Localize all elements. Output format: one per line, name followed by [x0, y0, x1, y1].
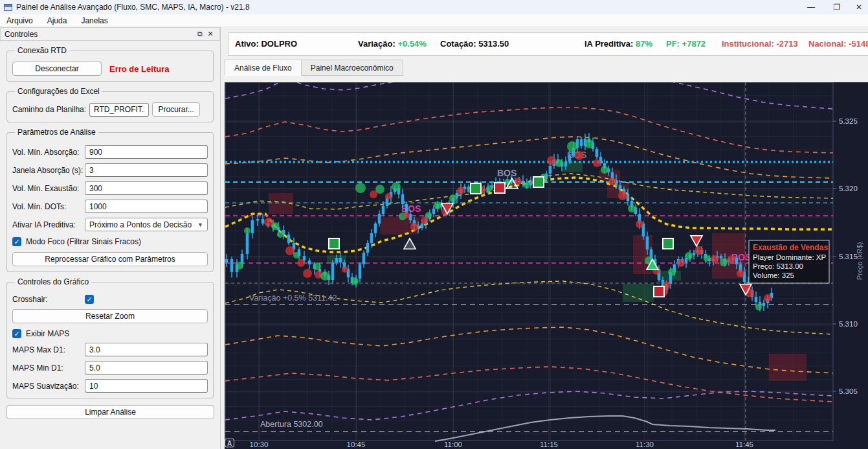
info-bar: Ativo: DOLPRO Variação: +0.54% Cotação: … — [228, 32, 868, 56]
x-tick-label: 11:15 — [540, 441, 558, 448]
orderblock-sell-zone — [769, 354, 807, 381]
institucional-value: -2713 — [777, 39, 798, 49]
buy-square-marker — [471, 183, 481, 194]
modo-foco-checkbox[interactable]: ✓ — [12, 237, 21, 246]
flow-chart[interactable]: BOSBOSBOSBOSVariação +0.5% 5311.42Abertu… — [225, 82, 868, 449]
minimize-button[interactable]: — — [798, 0, 824, 14]
vol-min-exaustao-input[interactable] — [85, 181, 208, 195]
field-label: Vol. Mín. Exaustão: — [12, 184, 85, 193]
nacional-item: Nacional: -5148 — [808, 39, 868, 49]
candle-body — [568, 155, 572, 162]
candle-body — [230, 259, 234, 272]
close-panel-icon[interactable]: ✕ — [205, 30, 216, 38]
exibir-maps-checkbox[interactable]: ✓ — [12, 329, 21, 338]
controls-panel: Controles ⧉ ✕ Conexão RTD Desconectar Er… — [0, 27, 221, 449]
ia-preditiva-select[interactable]: Próximo a Pontos de Decisão ▼ — [85, 218, 208, 231]
sell-signal-dot — [457, 187, 465, 194]
buy-signal-dot — [355, 183, 366, 193]
orderblock-buy-zone — [623, 284, 654, 302]
candle-body — [335, 258, 339, 262]
price-chart-svg[interactable]: BOSBOSBOSBOSVariação +0.5% 5311.42Abertu… — [225, 82, 868, 449]
close-button[interactable]: ✕ — [850, 0, 868, 14]
maps-max-d1-input[interactable] — [85, 343, 208, 356]
tab-painel-macroeconomico[interactable]: Painel Macroeconômico — [302, 60, 403, 76]
buy-signal-dot — [313, 262, 321, 270]
tooltip-line: Volume: 325 — [753, 271, 794, 279]
exibir-maps-label: Exibir MAPS — [26, 329, 69, 338]
candle-body — [378, 214, 381, 224]
buy-signal-dot — [320, 271, 329, 281]
reset-zoom-button[interactable]: Resetar Zoom — [12, 309, 208, 323]
browse-button[interactable]: Procurar... — [152, 102, 200, 117]
candle-body — [646, 236, 649, 249]
menu-arquivo[interactable]: Arquivo — [6, 16, 33, 25]
candle-body — [374, 224, 377, 233]
tab-analise-de-fluxo[interactable]: Análise de Fluxo — [225, 60, 302, 76]
crosshair-checkbox[interactable]: ✓ — [85, 295, 94, 304]
menu-janelas[interactable]: Janelas — [81, 16, 107, 25]
candle-body — [225, 259, 228, 262]
janela-absorcao-input[interactable] — [85, 163, 208, 177]
y-axis-label: Preço (kR$) — [856, 242, 863, 281]
cotacao-item: Cotação: 5313.50 — [440, 39, 509, 49]
ia-preditiva-value: 87% — [636, 39, 652, 49]
tooltip-line: Preço: 5313.00 — [753, 262, 803, 270]
sell-signal-dot — [547, 156, 556, 165]
candle-body — [370, 233, 373, 243]
x-tick-label: 11:30 — [636, 441, 654, 448]
float-panel-icon[interactable]: ⧉ — [195, 30, 205, 38]
candle-body — [303, 256, 306, 260]
buy-signal-dot — [392, 182, 401, 191]
bos-label: BOS — [401, 203, 421, 214]
group-excel: Configurações do Excel Caminho da Planil… — [6, 87, 214, 122]
candle-body — [262, 219, 265, 224]
y-tick-label: 5.305 — [839, 387, 858, 395]
menu-ajuda[interactable]: Ajuda — [47, 16, 67, 25]
vol-min-absorcao-input[interactable] — [85, 145, 208, 159]
spreadsheet-path-input[interactable] — [89, 103, 149, 117]
vol-min-dots-input[interactable] — [85, 200, 208, 213]
buy-signal-dot — [244, 227, 250, 234]
buy-signal-dot — [425, 212, 432, 218]
app-window: Painel de Análise Avançado (Fluxo, SMC, … — [0, 0, 868, 449]
y-tick-label: 5.310 — [839, 320, 858, 328]
sell-signal-dot — [618, 191, 627, 200]
sell-signal-dot — [608, 178, 616, 185]
buy-signal-dot — [524, 182, 530, 189]
buy-signal-dot — [434, 201, 441, 209]
panel-title: Controles — [5, 30, 195, 39]
disconnect-button[interactable]: Desconectar — [12, 62, 102, 76]
ativo-item: Ativo: DOLPRO — [235, 39, 297, 49]
chart-annotation: Abertura 5302.00 — [260, 420, 323, 429]
buy-square-marker — [663, 238, 673, 249]
maps-min-d1-input[interactable] — [85, 361, 208, 374]
group-conexao-rtd: Conexão RTD Desconectar Erro de Leitura — [6, 46, 214, 82]
field-label: Vol. Mín. Absorção: — [12, 148, 85, 157]
candle-body — [362, 253, 366, 264]
candle-body — [580, 139, 583, 146]
limpar-analise-button[interactable]: Limpar Análise — [6, 405, 214, 419]
group-parametros: Parâmetros de Análise Vol. Mín. Absorção… — [6, 128, 214, 272]
candle-body — [331, 262, 335, 280]
maps-suavizacao-input[interactable] — [85, 379, 208, 393]
sell-signal-dot — [728, 255, 735, 263]
buy-signal-dot — [555, 159, 563, 167]
sell-signal-dot — [403, 212, 410, 218]
candle-body — [693, 253, 696, 255]
cotacao-value: 5313.50 — [478, 39, 509, 49]
buy-square-marker — [533, 177, 544, 187]
group-controles-grafico: Controles do Gráfico Crosshair: ✓ Reseta… — [6, 277, 214, 398]
buy-signal-dot — [628, 205, 636, 213]
chart-annotation: Variação +0.5% 5311.42 — [249, 294, 337, 303]
buy-signal-dot — [567, 141, 577, 152]
auto-range-button-label: A — [227, 440, 232, 447]
bos-label: BOS — [497, 168, 517, 178]
field-label: MAPS Min D1: — [12, 363, 85, 373]
restore-button[interactable]: ❐ — [824, 0, 850, 14]
institucional-item: Institucional: -2713 — [722, 39, 798, 49]
group-title: Controles do Gráfico — [15, 277, 91, 286]
sell-signal-dot — [410, 223, 418, 231]
buy-square-marker — [329, 238, 339, 249]
reprocess-button[interactable]: Reprocessar Gráfico com Parâmetros — [12, 252, 208, 266]
crosshair-label: Crosshair: — [12, 295, 85, 304]
